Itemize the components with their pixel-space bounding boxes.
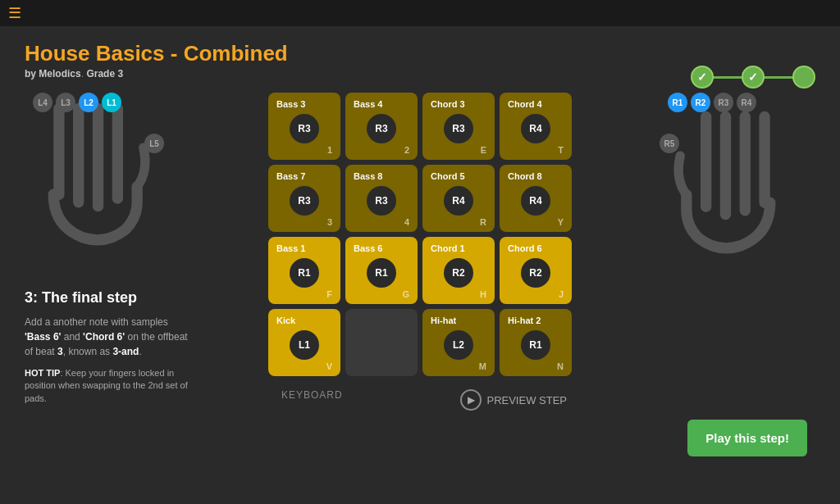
pad-bass1-key: F [326,289,332,299]
pad-chord1-circle: R2 [444,258,473,288]
pad-bass8-label: Bass 8 [354,171,382,181]
pad-bass8-key: 4 [404,217,409,227]
pad-bass4-key: 2 [404,145,409,155]
finger-l2: L2 [79,93,98,112]
pad-chord3[interactable]: Chord 3 R3 E [422,93,495,160]
beat-name: 3-and [112,346,139,357]
left-panel: L4 L3 L2 L1 L5 [25,93,189,489]
left-finger-labels: L4 L3 L2 L1 [33,86,121,112]
keyboard-label: KEYBOARD [281,389,343,401]
pad-chord1-key: H [480,289,486,299]
pad-bass7-label: Bass 7 [276,171,305,181]
pad-hihat-label: Hi-hat [431,316,456,325]
finger-r2: R2 [691,93,710,112]
pad-chord3-label: Chord 3 [431,99,465,109]
pad-chord1-label: Chord 1 [431,243,465,253]
pad-kick-circle: L1 [290,330,319,360]
right-panel: R1 R2 R3 R4 R5 Play this step! [651,93,815,489]
pad-chord4[interactable]: Chord 4 R4 T [500,93,572,160]
preview-step-button[interactable]: ▶ PREVIEW STEP [460,389,567,411]
right-hand-svg [668,109,799,273]
progress-step-3 [792,66,815,89]
step-title: 3: The final step [25,289,189,306]
pad-bass6-label: Bass 6 [354,243,382,253]
pad-chord8-label: Chord 8 [508,171,542,181]
progress-bar: ✓ ✓ [691,66,815,89]
info-text: 3: The final step Add a another note wit… [25,289,189,405]
author-name: Melodics [39,68,80,79]
pad-bass4-label: Bass 4 [354,99,382,109]
checkmark-1: ✓ [697,70,707,84]
menu-bar: ☰ [0,0,840,26]
pad-bass1-circle: R1 [290,258,319,288]
preview-play-icon: ▶ [460,389,482,411]
right-finger-labels: R1 R2 R3 R4 [668,86,756,112]
pad-bass3[interactable]: Bass 3 R3 1 [268,93,340,160]
step-description: Add a another note with samples 'Bass 6'… [25,315,189,359]
pad-bass3-label: Bass 3 [276,99,305,109]
pad-chord1[interactable]: Chord 1 R2 H [422,237,495,304]
finger-r3: R3 [714,93,733,112]
pad-bass7-circle: R3 [290,186,319,216]
pad-bass8[interactable]: Bass 8 R3 4 [345,165,418,232]
pad-bass1-label: Bass 1 [276,243,305,253]
sample1-name: 'Bass 6' [25,331,61,343]
pad-hihat-key: M [479,361,486,371]
pad-hihat-circle: L2 [444,330,473,360]
pad-chord8[interactable]: Chord 8 R4 Y [500,165,572,232]
pad-bass4-circle: R3 [367,114,396,143]
progress-step-2: ✓ [742,66,765,89]
finger-r1: R1 [668,93,687,112]
pad-bass6[interactable]: Bass 6 R1 G [345,237,418,304]
pad-kick[interactable]: Kick L1 V [268,309,340,376]
body-layout: L4 L3 L2 L1 L5 [25,93,815,489]
pad-hihat2[interactable]: Hi-hat 2 R1 N [500,309,572,376]
pad-chord3-key: E [481,145,486,155]
pad-hihat[interactable]: Hi-hat L2 M [422,309,495,376]
pad-hihat2-circle: R1 [521,330,550,360]
pad-bass8-circle: R3 [367,186,396,216]
center-panel: Bass 3 R3 1 Bass 4 R3 2 Chord 3 R3 E Cho… [189,93,651,489]
page-title: House Basics - Combined [25,41,815,66]
pad-chord6-label: Chord 6 [508,243,542,253]
pad-bass6-circle: R1 [367,258,396,288]
pad-bass1[interactable]: Bass 1 R1 F [268,237,340,304]
grade-label: Grade 3 [86,68,123,79]
pad-hihat2-key: N [557,361,564,371]
finger-l3: L3 [56,93,75,112]
bottom-row: KEYBOARD ▶ PREVIEW STEP [273,383,567,411]
sample2-name: 'Chord 6' [83,331,125,343]
left-hand-container: L4 L3 L2 L1 L5 [25,93,172,273]
pad-bass7-key: 3 [327,217,332,227]
progress-line-2 [764,76,793,79]
pad-chord3-circle: R3 [444,114,473,143]
pad-bass7[interactable]: Bass 7 R3 3 [268,165,340,232]
finger-l4: L4 [33,93,52,112]
pad-bass3-circle: R3 [290,114,319,143]
pad-hihat2-label: Hi-hat 2 [508,316,541,325]
pad-chord6-circle: R2 [521,258,550,288]
hamburger-menu-icon[interactable]: ☰ [8,4,21,22]
pad-bass4[interactable]: Bass 4 R3 2 [345,93,418,160]
pad-bass6-key: G [402,289,409,299]
finger-r4: R4 [737,93,756,112]
checkmark-2: ✓ [748,70,758,84]
main-content: House Basics - Combined by Melodics. Gra… [0,26,840,504]
hot-tip: HOT TIP: Keep your fingers locked in pos… [25,367,189,405]
play-this-step-button[interactable]: Play this step! [687,420,807,456]
pad-chord6-key: J [559,289,564,299]
pad-chord5[interactable]: Chord 5 R4 R [422,165,495,232]
keyboard-grid: Bass 3 R3 1 Bass 4 R3 2 Chord 3 R3 E Cho… [268,93,572,376]
pad-kick-key: V [326,361,332,371]
pad-empty [345,309,418,376]
hot-tip-label: HOT TIP [25,368,60,378]
pad-chord4-label: Chord 4 [508,99,542,109]
pad-chord5-circle: R4 [444,186,473,216]
pad-chord8-key: Y [558,217,564,227]
preview-step-label: PREVIEW STEP [486,394,567,406]
finger-l1: L1 [102,93,121,112]
left-hand-svg [25,101,156,265]
progress-line-1 [713,76,742,79]
pad-chord4-key: T [558,145,564,155]
pad-chord6[interactable]: Chord 6 R2 J [500,237,572,304]
